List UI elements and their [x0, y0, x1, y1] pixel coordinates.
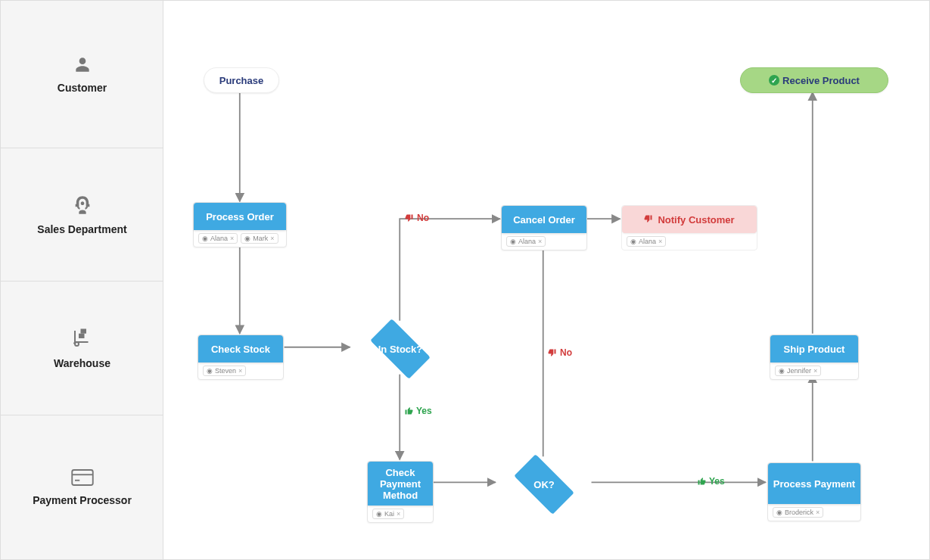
node-label: Process Payment: [773, 478, 855, 490]
tag[interactable]: ◉Mark×: [241, 233, 278, 244]
node-label: Check Stock: [211, 344, 270, 355]
edge-label-instock-yes: Yes: [404, 406, 432, 416]
lane-label-warehouse: Warehouse: [1, 282, 163, 415]
thumbs-down-icon: [548, 348, 557, 357]
remove-icon[interactable]: ×: [816, 509, 820, 516]
hand-truck-icon: [71, 327, 94, 353]
person-icon: ◉: [510, 238, 516, 245]
person-icon: ◉: [207, 367, 213, 375]
lane-label-sales: Sales Department: [1, 148, 163, 282]
tag[interactable]: ◉Broderick×: [773, 507, 823, 518]
person-icon: ◉: [779, 367, 785, 375]
headset-person-icon: [72, 194, 93, 219]
svg-rect-0: [79, 334, 85, 338]
node-in-stock-decision[interactable]: In Stock?: [352, 322, 449, 376]
node-ship-product[interactable]: Ship Product ◉Jennifer×: [770, 334, 859, 380]
lane-label-text: Payment Processor: [33, 494, 132, 507]
edge-label-ok-no: No: [548, 347, 572, 358]
assignee-tags: ◉Kai×: [372, 509, 404, 519]
assignee-tags: ◉Alana× ◉Mark×: [198, 233, 278, 244]
assignee-tags: ◉Alana×: [627, 236, 666, 247]
lane-label-customer: Customer: [1, 1, 163, 148]
tag[interactable]: ◉Alana×: [506, 236, 546, 247]
remove-icon[interactable]: ×: [230, 235, 234, 242]
thumbs-up-icon: [697, 477, 706, 486]
edge-label-ok-yes: Yes: [697, 476, 725, 487]
edge-label-instock-no: No: [405, 213, 429, 223]
node-label: Purchase: [219, 75, 264, 86]
assignee-tags: ◉Steven×: [203, 366, 246, 376]
node-process-order[interactable]: Process Order ◉Alana× ◉Mark×: [193, 202, 287, 247]
person-icon: ◉: [202, 235, 208, 242]
node-label: Check Payment Method: [372, 467, 428, 501]
node-receive-product[interactable]: ✓ Receive Product: [740, 67, 888, 93]
thumbs-up-icon: [404, 406, 413, 415]
node-notify-customer[interactable]: Notify Customer ◉Alana×: [621, 205, 757, 250]
person-icon: ◉: [376, 510, 382, 518]
assignee-tags: ◉Alana×: [506, 236, 546, 247]
node-check-payment[interactable]: Check Payment Method ◉Kai×: [367, 461, 434, 523]
tag[interactable]: ◉Jennifer×: [775, 366, 821, 376]
node-check-stock[interactable]: Check Stock ◉Steven×: [198, 334, 284, 380]
remove-icon[interactable]: ×: [270, 235, 274, 242]
remove-icon[interactable]: ×: [813, 367, 817, 375]
remove-icon[interactable]: ×: [538, 238, 542, 245]
assignee-tags: ◉Jennifer×: [775, 366, 821, 376]
node-label: OK?: [533, 479, 554, 490]
remove-icon[interactable]: ×: [238, 367, 242, 375]
person-icon: ◉: [630, 238, 636, 245]
node-label: Ship Product: [784, 344, 845, 355]
remove-icon[interactable]: ×: [658, 238, 662, 245]
node-cancel-order[interactable]: Cancel Order ◉Alana×: [501, 205, 587, 250]
node-label: In Stock?: [378, 344, 423, 355]
lane-label-payment: Payment Processor: [1, 415, 163, 559]
svg-rect-1: [80, 329, 86, 334]
thumbs-down-icon: [405, 213, 414, 222]
person-icon: [73, 54, 92, 77]
check-circle-icon: ✓: [769, 75, 779, 86]
tag[interactable]: ◉Alana×: [198, 233, 238, 244]
node-process-payment[interactable]: Process Payment ◉Broderick×: [767, 462, 861, 521]
person-icon: ◉: [776, 509, 782, 516]
thumbs-down-icon: [644, 214, 653, 226]
node-label: Receive Product: [782, 75, 860, 86]
lane-label-text: Customer: [58, 82, 107, 95]
assignee-tags: ◉Broderick×: [773, 507, 823, 518]
lane-label-text: Sales Department: [37, 223, 126, 236]
credit-card-icon: [71, 468, 94, 490]
node-label: Cancel Order: [513, 214, 575, 226]
node-ok-decision[interactable]: OK?: [496, 457, 593, 512]
tag[interactable]: ◉Steven×: [203, 366, 246, 376]
node-purchase[interactable]: Purchase: [204, 67, 279, 93]
svg-rect-2: [72, 470, 93, 485]
remove-icon[interactable]: ×: [397, 510, 400, 518]
node-label: Process Order: [206, 211, 274, 222]
tag[interactable]: ◉Alana×: [627, 236, 666, 247]
tag[interactable]: ◉Kai×: [372, 509, 404, 519]
lane-label-text: Warehouse: [54, 357, 110, 370]
node-label: Notify Customer: [658, 214, 734, 226]
person-icon: ◉: [244, 235, 250, 242]
diagram-canvas: Customer Sales Department Warehouse Paym…: [0, 0, 930, 560]
